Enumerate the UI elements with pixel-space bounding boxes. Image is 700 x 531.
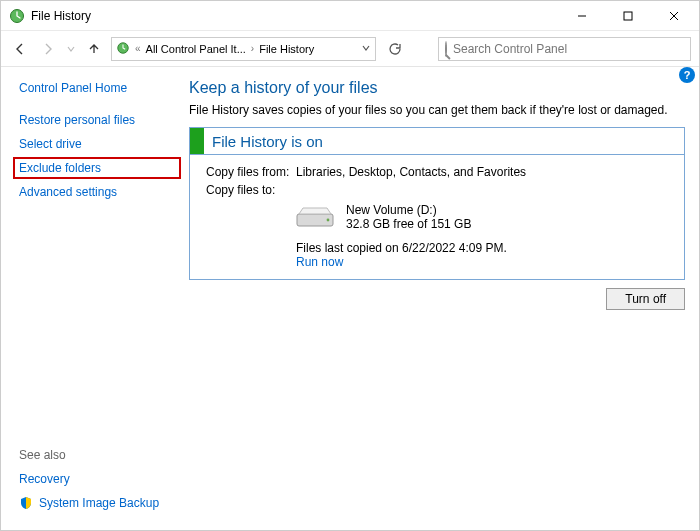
- select-drive-link[interactable]: Select drive: [19, 137, 175, 151]
- turn-off-button[interactable]: Turn off: [606, 288, 685, 310]
- back-button[interactable]: [9, 38, 31, 60]
- titlebar: File History: [1, 1, 699, 31]
- file-history-icon: [9, 8, 25, 24]
- window-title: File History: [31, 9, 91, 23]
- advanced-settings-link[interactable]: Advanced settings: [19, 185, 175, 199]
- system-image-backup-label: System Image Backup: [39, 496, 159, 510]
- restore-personal-files-link[interactable]: Restore personal files: [19, 113, 175, 127]
- drive-icon: [296, 205, 334, 229]
- status-title: File History is on: [204, 130, 331, 153]
- search-icon: [445, 42, 447, 56]
- see-also-label: See also: [19, 448, 175, 462]
- forward-button[interactable]: [37, 38, 59, 60]
- breadcrumb-segment[interactable]: File History: [259, 43, 314, 55]
- search-input[interactable]: Search Control Panel: [438, 37, 691, 61]
- address-bar[interactable]: « All Control Panel It... › File History: [111, 37, 376, 61]
- control-panel-home-link[interactable]: Control Panel Home: [19, 81, 175, 95]
- main-content: ? Keep a history of your files File Hist…: [181, 67, 699, 530]
- help-icon[interactable]: ?: [679, 67, 695, 83]
- highlight-box: Exclude folders: [13, 157, 181, 179]
- window-controls: [559, 1, 697, 30]
- chevron-right-icon: ›: [249, 43, 256, 54]
- up-button[interactable]: [83, 38, 105, 60]
- address-dropdown-icon[interactable]: [361, 43, 371, 55]
- sidebar: Control Panel Home Restore personal file…: [1, 67, 181, 530]
- copy-from-value: Libraries, Desktop, Contacts, and Favori…: [296, 165, 526, 179]
- breadcrumb-prefix: «: [133, 43, 143, 54]
- system-image-backup-link[interactable]: System Image Backup: [19, 496, 175, 510]
- drive-free: 32.8 GB free of 151 GB: [346, 217, 471, 231]
- last-copied-text: Files last copied on 6/22/2022 4:09 PM.: [296, 241, 672, 255]
- drive-name: New Volume (D:): [346, 203, 471, 217]
- exclude-folders-link[interactable]: Exclude folders: [19, 161, 175, 175]
- navigation-bar: « All Control Panel It... › File History…: [1, 31, 699, 67]
- breadcrumb-segment[interactable]: All Control Panel It...: [146, 43, 246, 55]
- status-box: File History is on Copy files from: Libr…: [189, 127, 685, 280]
- file-history-icon: [116, 41, 130, 57]
- maximize-button[interactable]: [605, 1, 651, 30]
- run-now-link[interactable]: Run now: [296, 255, 343, 269]
- copy-from-label: Copy files from:: [206, 165, 296, 179]
- svg-rect-2: [624, 12, 632, 20]
- shield-icon: [19, 496, 33, 510]
- close-button[interactable]: [651, 1, 697, 30]
- search-placeholder: Search Control Panel: [453, 42, 567, 56]
- recovery-link[interactable]: Recovery: [19, 472, 175, 486]
- recent-dropdown-icon[interactable]: [65, 38, 77, 60]
- refresh-button[interactable]: [382, 42, 406, 56]
- status-flag-icon: [190, 128, 204, 154]
- copy-to-label: Copy files to:: [206, 183, 296, 197]
- svg-point-7: [327, 219, 330, 222]
- page-heading: Keep a history of your files: [189, 79, 685, 97]
- page-description: File History saves copies of your files …: [189, 103, 685, 117]
- minimize-button[interactable]: [559, 1, 605, 30]
